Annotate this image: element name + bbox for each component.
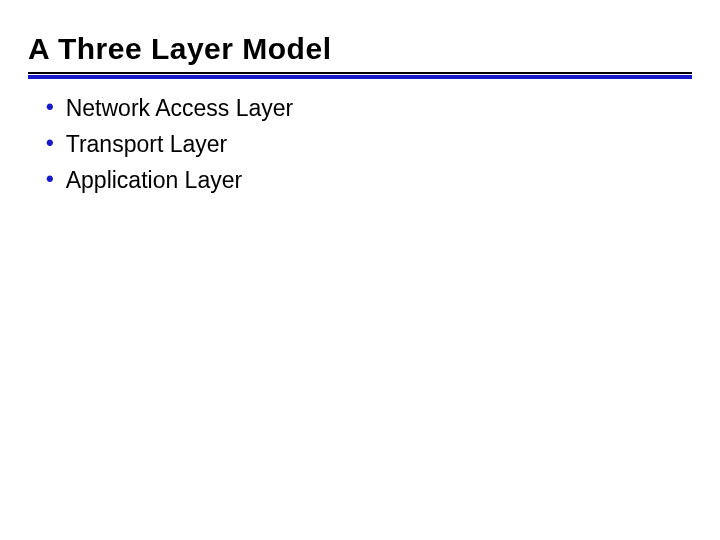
slide-title: A Three Layer Model: [28, 32, 692, 72]
bullet-icon: •: [46, 165, 54, 193]
bullet-icon: •: [46, 93, 54, 121]
bullet-text: Network Access Layer: [66, 93, 294, 123]
title-divider-black: [28, 72, 692, 74]
list-item: • Application Layer: [46, 165, 692, 195]
list-item: • Network Access Layer: [46, 93, 692, 123]
bullet-text: Transport Layer: [66, 129, 228, 159]
bullet-icon: •: [46, 129, 54, 157]
list-item: • Transport Layer: [46, 129, 692, 159]
bullet-list: • Network Access Layer • Transport Layer…: [28, 93, 692, 195]
bullet-text: Application Layer: [66, 165, 242, 195]
title-divider-blue: [28, 75, 692, 79]
